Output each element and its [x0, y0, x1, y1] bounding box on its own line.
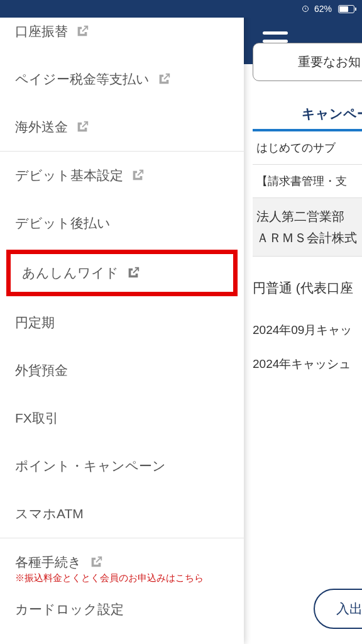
transactions-button[interactable]: 入出金明細 [314, 589, 362, 629]
menu-label: スマホATM [15, 505, 84, 523]
menu-label: ペイジー税金等支払い [15, 70, 150, 88]
sidebar-item-points[interactable]: ポイント・キャンペーン [0, 442, 244, 490]
external-link-icon [75, 25, 89, 38]
menu-label: ポイント・キャンペーン [15, 457, 166, 475]
list-item[interactable]: 法人第二営業部 ＡＲＭＳ会計株式 [253, 198, 362, 257]
menu-label: カードロック設定 [15, 601, 124, 618]
menu-label: デビット基本設定 [15, 167, 123, 184]
sidebar-item-anshin-wide-highlight: あんしんワイド [6, 250, 238, 296]
battery-status: 62% [302, 4, 354, 14]
sidebar-item-anshin-wide[interactable]: あんしんワイド [22, 264, 222, 282]
sidebar-item-payeasy[interactable]: ペイジー税金等支払い [0, 55, 244, 103]
rotation-lock-icon [302, 5, 309, 13]
menu-label: 各種手続き [15, 553, 82, 571]
menu-label: デビット後払い [15, 214, 111, 232]
account-section-title: 円普通 (代表口座 [253, 257, 362, 313]
menu-label: 海外送金 [15, 118, 68, 136]
cashback-row[interactable]: 2024年キャッシュ [253, 347, 362, 381]
external-link-icon [75, 120, 89, 134]
sidebar-item-foreign-deposit[interactable]: 外貨預金 [0, 347, 244, 394]
sidebar-item-debit-postpay[interactable]: デビット後払い [0, 199, 244, 247]
list-item[interactable]: 【請求書管理・支 [253, 165, 362, 198]
menu-label: あんしんワイド [22, 264, 119, 282]
hamburger-menu-icon[interactable] [263, 31, 288, 50]
menu-label: 外貨預金 [15, 362, 68, 379]
tab-row: キャンペー [253, 99, 362, 131]
sidebar-item-debit-settings[interactable]: デビット基本設定 [0, 152, 244, 199]
menu-group-1: 口座振替 ペイジー税金等支払い 海外送金 [0, 0, 244, 152]
status-bar: 62% [0, 0, 362, 18]
sidebar-drawer: 口座振替 ペイジー税金等支払い 海外送金 デビット基本設定 デビット後払い [0, 0, 244, 644]
list-item[interactable]: はじめてのサブ [253, 131, 362, 165]
sidebar-item-overseas[interactable]: 海外送金 [0, 103, 244, 151]
menu-label: 口座振替 [15, 23, 68, 40]
sidebar-item-card-lock[interactable]: カードロック設定 [0, 589, 244, 633]
battery-percent: 62% [314, 4, 332, 14]
sidebar-item-atm[interactable]: スマホATM [0, 490, 244, 538]
external-link-icon [126, 266, 140, 280]
sidebar-item-procedures[interactable]: 各種手続き [0, 538, 244, 579]
cashback-row[interactable]: 2024年09月キャッ [253, 313, 362, 347]
menu-group-2: デビット基本設定 デビット後払い あんしんワイド 円定期 外貨預金 FX取引 [0, 152, 244, 538]
sidebar-item-fx[interactable]: FX取引 [0, 394, 244, 442]
menu-group-3: 各種手続き ※振込料金とくとく会員のお申込みはこちら カードロック設定 [0, 538, 244, 633]
external-link-icon [157, 72, 171, 86]
menu-label: 円定期 [15, 314, 55, 331]
sidebar-item-yen-fixed[interactable]: 円定期 [0, 299, 244, 347]
external-link-icon [131, 169, 145, 182]
menu-label: FX取引 [15, 409, 58, 427]
tab-campaign[interactable]: キャンペー [253, 99, 362, 131]
external-link-icon [89, 555, 103, 569]
battery-icon [338, 5, 354, 13]
